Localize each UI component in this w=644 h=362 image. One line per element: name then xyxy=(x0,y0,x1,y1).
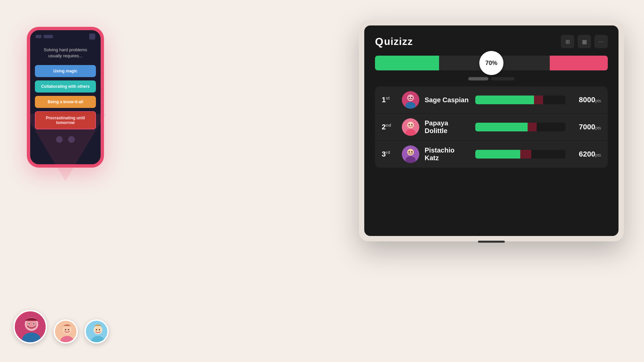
avatars-row xyxy=(13,310,109,344)
tab-2[interactable] xyxy=(491,77,515,80)
score-papaya: 7000pts xyxy=(571,123,601,131)
layout-icon: ▦ xyxy=(582,39,587,45)
more-icon: ⋯ xyxy=(598,39,604,45)
player-name-pistachio: Pistachio Katz xyxy=(425,146,470,162)
phone-dot-1 xyxy=(36,35,42,38)
tablet-device: Q uizizz ⊞ ▦ ⋯ xyxy=(359,20,624,241)
phone-nav-dot-1 xyxy=(56,136,63,143)
score-sage: 8000pts xyxy=(571,96,601,104)
player-name-sage: Sage Caspian xyxy=(425,96,470,104)
score-bar-sage xyxy=(475,96,566,104)
more-icon-btn[interactable]: ⋯ xyxy=(594,35,608,48)
score-bar-red-sage xyxy=(534,96,543,104)
progress-percent-circle: 70% xyxy=(479,51,503,75)
rank-2: 2nd xyxy=(382,123,396,131)
leaderboard-row-2: 2nd Papaya Dolittle xyxy=(375,114,608,141)
score-bar-papaya xyxy=(475,123,566,131)
header-icons: ⊞ ▦ ⋯ xyxy=(561,35,608,48)
avatar-3 xyxy=(85,319,109,344)
svg-point-31 xyxy=(407,149,414,156)
score-bar-red-papaya xyxy=(528,123,537,131)
svg-point-23 xyxy=(409,97,410,98)
progress-red-fill xyxy=(550,56,608,70)
avatar-2 xyxy=(54,319,78,344)
player-avatar-sage xyxy=(402,91,419,109)
leaderboard: 1st Sage Caspian xyxy=(375,86,608,168)
quizizz-logo: Q uizizz xyxy=(375,36,413,48)
svg-point-29 xyxy=(411,124,413,125)
tab-1[interactable] xyxy=(468,77,488,80)
phone-question: Solving hard problems usually requires..… xyxy=(30,42,101,65)
phone-bottom-dots xyxy=(30,136,101,143)
score-bar-green-papaya xyxy=(475,123,528,131)
phone-mockup: Solving hard problems usually requires..… xyxy=(27,27,104,168)
svg-point-26 xyxy=(407,122,414,128)
score-bar-green-sage xyxy=(475,96,534,104)
logo-rest: uizizz xyxy=(384,36,413,47)
svg-point-18 xyxy=(96,329,97,330)
phone-options: Using magic Collaborating with others Be… xyxy=(30,65,101,129)
option-collaborating[interactable]: Collaborating with others xyxy=(35,80,96,93)
grid-icon: ⊞ xyxy=(566,39,570,45)
player-avatar-pistachio xyxy=(402,145,419,163)
svg-point-34 xyxy=(411,151,413,153)
player-avatar-papaya xyxy=(402,118,419,136)
svg-point-6 xyxy=(29,323,30,324)
phone-device: Solving hard problems usually requires..… xyxy=(27,27,104,168)
phone-top-bar xyxy=(30,30,101,42)
svg-point-17 xyxy=(95,326,101,333)
svg-point-21 xyxy=(407,95,414,101)
quizizz-header: Q uizizz ⊞ ▦ ⋯ xyxy=(375,35,608,48)
progress-green-fill xyxy=(375,56,439,70)
svg-point-13 xyxy=(68,329,69,330)
phone-dot-right xyxy=(89,34,95,40)
grid-icon-btn[interactable]: ⊞ xyxy=(561,35,574,48)
option-knowitall[interactable]: Being a know-it-all xyxy=(35,96,96,108)
leaderboard-row-1: 1st Sage Caspian xyxy=(375,86,608,114)
phone-nav-dot-2 xyxy=(68,136,75,143)
phone-dot-2 xyxy=(44,35,53,38)
tablet-screen: Q uizizz ⊞ ▦ ⋯ xyxy=(364,25,619,236)
tablet-mockup: Q uizizz ⊞ ▦ ⋯ xyxy=(359,20,624,241)
avatar-1 xyxy=(13,310,47,344)
option-procrastinating[interactable]: Procrastinating until tomorrow xyxy=(35,111,96,129)
score-bar-green-pistachio xyxy=(475,150,521,159)
svg-point-7 xyxy=(33,323,35,324)
score-pistachio: 6200pts xyxy=(571,150,601,159)
layout-icon-btn[interactable]: ▦ xyxy=(578,35,591,48)
progress-right-bar xyxy=(491,56,608,70)
leaderboard-row-3: 3rd Pistachio Katz xyxy=(375,141,608,168)
tabs-row xyxy=(375,77,608,80)
svg-point-24 xyxy=(411,97,413,98)
svg-point-33 xyxy=(409,151,410,153)
option-magic[interactable]: Using magic xyxy=(35,65,96,77)
svg-point-28 xyxy=(409,124,410,125)
player-name-papaya: Papaya Dolittle xyxy=(425,119,470,135)
logo-q: Q xyxy=(375,36,383,48)
rank-1: 1st xyxy=(382,96,396,104)
tablet-bottom-bar xyxy=(478,241,505,243)
progress-left-bar xyxy=(375,56,491,70)
score-bar-red-pistachio xyxy=(520,150,531,159)
svg-point-19 xyxy=(99,329,100,330)
rank-3: 3rd xyxy=(382,150,396,159)
svg-point-12 xyxy=(65,329,66,330)
progress-area: 70% xyxy=(375,56,608,70)
score-bar-pistachio xyxy=(475,150,566,159)
